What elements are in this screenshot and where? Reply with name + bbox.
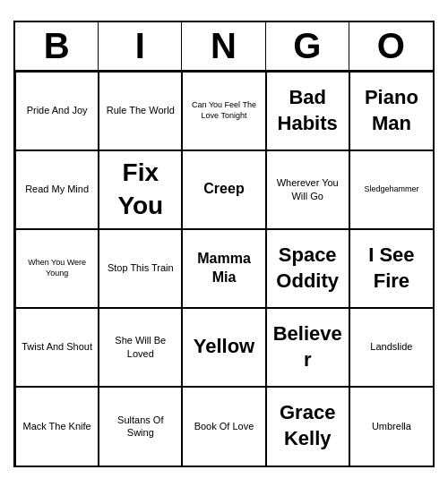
cell-text-19: Landslide	[370, 340, 412, 353]
cell-text-1: Rule The World	[107, 104, 175, 116]
cell-text-10: When You Were Young	[20, 258, 94, 278]
bingo-cell-16: She Will Be Loved	[99, 308, 182, 387]
cell-text-11: Stop This Train	[108, 261, 174, 274]
bingo-letter-o: O	[349, 22, 433, 70]
bingo-cell-10: When You Were Young	[15, 229, 99, 308]
cell-text-16: She Will Be Loved	[103, 334, 177, 360]
bingo-letter-n: N	[182, 22, 265, 70]
bingo-cell-19: Landslide	[349, 308, 433, 387]
cell-text-24: Umbrella	[372, 420, 411, 432]
cell-text-12: Mamma Mia	[186, 250, 261, 287]
bingo-letter-i: I	[99, 22, 182, 70]
cell-text-6: Fix You	[103, 157, 177, 222]
cell-text-13: Space Oddity	[271, 243, 345, 294]
cell-text-17: Yellow	[194, 334, 254, 360]
bingo-cell-9: Sledgehammer	[349, 150, 433, 229]
cell-text-8: Wherever You Will Go	[271, 176, 345, 202]
bingo-cell-11: Stop This Train	[99, 229, 182, 308]
cell-text-9: Sledgehammer	[364, 184, 418, 195]
cell-text-5: Read My Mind	[25, 183, 89, 195]
bingo-cell-18: Believer	[266, 308, 349, 387]
cell-text-21: Sultans Of Swing	[103, 414, 177, 440]
bingo-cell-20: Mack The Knife	[15, 387, 99, 466]
bingo-cell-15: Twist And Shout	[15, 308, 99, 387]
cell-text-2: Can You Feel The Love Tonight	[186, 100, 261, 121]
bingo-cell-12: Mamma Mia	[182, 229, 265, 308]
cell-text-22: Book Of Love	[194, 420, 254, 432]
bingo-cell-2: Can You Feel The Love Tonight	[182, 72, 265, 150]
bingo-cell-4: Piano Man	[349, 72, 433, 150]
bingo-cell-6: Fix You	[99, 150, 182, 229]
bingo-letter-b: B	[15, 22, 99, 70]
bingo-cell-14: I See Fire	[349, 229, 433, 308]
cell-text-23: Grace Kelly	[271, 400, 345, 451]
bingo-cell-13: Space Oddity	[266, 229, 349, 308]
bingo-cell-3: Bad Habits	[266, 72, 349, 150]
bingo-cell-21: Sultans Of Swing	[99, 387, 182, 466]
bingo-cell-24: Umbrella	[349, 387, 433, 466]
cell-text-14: I See Fire	[354, 243, 429, 294]
bingo-card: BINGO Pride And JoyRule The WorldCan You…	[13, 21, 435, 467]
bingo-grid: Pride And JoyRule The WorldCan You Feel …	[15, 72, 433, 466]
cell-text-15: Twist And Shout	[22, 340, 92, 353]
bingo-cell-0: Pride And Joy	[15, 72, 99, 150]
cell-text-7: Creep	[203, 180, 244, 199]
cell-text-20: Mack The Knife	[22, 420, 90, 432]
bingo-cell-17: Yellow	[182, 308, 265, 387]
cell-text-4: Piano Man	[354, 85, 429, 136]
bingo-cell-5: Read My Mind	[15, 150, 99, 229]
bingo-cell-22: Book Of Love	[182, 387, 265, 466]
bingo-cell-23: Grace Kelly	[266, 387, 349, 466]
bingo-header: BINGO	[15, 22, 433, 72]
bingo-cell-8: Wherever You Will Go	[266, 150, 349, 229]
bingo-letter-g: G	[266, 22, 349, 70]
cell-text-18: Believer	[271, 321, 345, 372]
cell-text-0: Pride And Joy	[27, 104, 88, 116]
bingo-cell-7: Creep	[182, 150, 265, 229]
bingo-cell-1: Rule The World	[99, 72, 182, 150]
cell-text-3: Bad Habits	[271, 85, 345, 136]
